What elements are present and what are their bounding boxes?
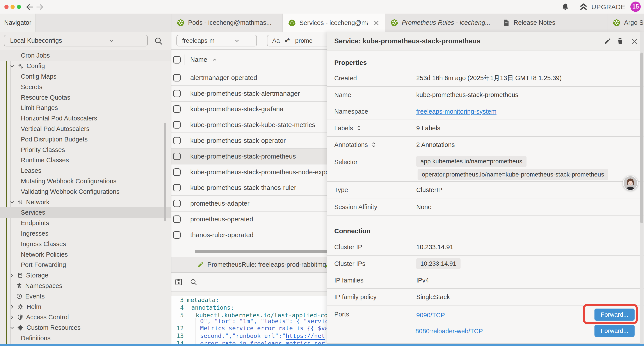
row-checkbox[interactable] [173,121,180,129]
sort-icon[interactable] [371,141,376,148]
table-row-prometheus-operated[interactable]: prometheus-operated [172,212,328,227]
sidebar-item-vertical-pod-autoscalers[interactable]: Vertical Pod Autoscalers [0,124,171,134]
sidebar-item-cron-jobs[interactable]: Cron Jobs [0,50,171,61]
row-checkbox[interactable] [173,216,180,223]
upgrade-chevrons-icon [579,2,588,11]
tab-navigator[interactable]: Navigator [0,13,36,32]
sidebar-item-validating-webhook-configurations[interactable]: Validating Webhook Configurations [0,186,171,197]
table-row-kube-prometheus-stack-grafana[interactable]: kube-prometheus-stack-grafana [172,102,328,117]
table-row-thanos-ruler-operated[interactable]: thanos-ruler-operated [172,227,328,243]
sidebar-item-pod-disruption-budgets[interactable]: Pod Disruption Budgets [0,134,171,145]
sidebar-item-port-forwarding[interactable]: Port Forwarding [0,260,171,270]
editor-tab-prometheusrule[interactable]: PrometheusRule: freeleaps-prod-rabbitmq [174,257,319,272]
window-minimize-button[interactable] [10,5,15,9]
selector-chips: app.kubernetes.io/name=prometheusoperato… [416,153,608,180]
tab-services-icecheng-math[interactable]: Services - icecheng@math... [283,13,385,32]
search-icon[interactable] [154,36,163,46]
detail-value: IPv4 [416,277,429,284]
regex-toggle[interactable]: * [285,38,290,43]
search-input[interactable]: Aa * prome [267,35,328,46]
match-case-toggle[interactable]: Aa [272,37,280,44]
back-arrow-icon[interactable] [25,3,34,11]
row-checkbox[interactable] [173,137,180,144]
tab-release-notes[interactable]: Release Notes [497,13,608,32]
sidebar-item-ingresses[interactable]: Ingresses [0,228,171,239]
save-icon[interactable] [174,278,183,286]
sidebar-item-limit-ranges[interactable]: Limit Ranges [0,103,171,113]
sidebar-item-access-control[interactable]: Access Control [0,312,171,323]
row-checkbox[interactable] [173,74,180,81]
sidebar-item-label: Events [25,293,45,300]
window-zoom-button[interactable] [17,5,21,9]
table-row-alertmanager-operated[interactable]: alertmanager-operated [172,70,328,86]
sort-ascending-icon[interactable] [212,57,218,63]
column-header-name[interactable]: Name [190,56,207,63]
table-row-kube-prometheus-stack-thanos-ruler[interactable]: kube-prometheus-stack-thanos-ruler [172,180,328,196]
navigator-sidebar: Local Kubeconfigs Cron JobsConfigConfig … [0,32,171,346]
window-close-button[interactable] [4,5,8,9]
horizontal-scrollbar[interactable] [195,250,328,253]
row-checkbox[interactable] [173,168,180,176]
table-row-kube-prometheus-stack-alertmanager[interactable]: kube-prometheus-stack-alertmanager [172,86,328,102]
sidebar-item-mutating-webhook-configurations[interactable]: Mutating Webhook Configurations [0,176,171,187]
sidebar-item-network-policies[interactable]: Network Policies [0,249,171,260]
sidebar-item-config-maps[interactable]: Config Maps [0,71,171,82]
sidebar-item-events[interactable]: Events [0,291,171,302]
sidebar-item-ingress-classes[interactable]: Ingress Classes [0,239,171,249]
code-token: Metrics service error rate is {{ $va [200,325,328,332]
row-checkbox[interactable] [173,231,180,239]
row-checkbox[interactable] [173,90,180,97]
tab-prometheus-rules-icecheng[interactable]: Prometheus Rules - icecheng... [385,13,497,32]
code-link[interactable]: https://net [286,333,325,340]
sidebar-item-storage[interactable]: Storage [0,270,171,281]
search-icon[interactable] [190,278,198,286]
table-row-kube-prometheus-stack-operator[interactable]: kube-prometheus-stack-operator [172,133,328,149]
tab-argo-se[interactable]: Argo Se [608,13,644,32]
row-checkbox[interactable] [173,153,180,160]
forward-button-8080-reloader-web-tcp[interactable]: Forward... [594,325,634,337]
sidebar-item-endpoints[interactable]: Endpoints [0,218,171,228]
upgrade-button[interactable]: UPGRADE [579,2,625,12]
namespace-link[interactable]: freeleaps-monitoring-system [416,108,496,115]
tab-pods-icecheng-mathmas[interactable]: Pods - icecheng@mathmas... [172,13,283,32]
sidebar-item-definitions[interactable]: Definitions [0,333,171,344]
sidebar-item-secrets[interactable]: Secrets [0,82,171,92]
notification-count-badge[interactable]: 15 [630,1,641,12]
forward-arrow-icon[interactable] [36,3,44,11]
editor-tab-next[interactable] [319,257,328,272]
yaml-editor[interactable]: 3metadata:4annotations:5kubectl.kubernet… [172,296,328,346]
detail-scrollbar-thumb[interactable] [640,52,643,223]
sidebar-item-custom-resources[interactable]: Custom Resources [0,323,171,333]
close-icon[interactable] [631,38,638,45]
sidebar-item-priority-classes[interactable]: Priority Classes [0,145,171,155]
row-checkbox[interactable] [173,105,180,113]
sidebar-item-helm[interactable]: Helm [0,302,171,312]
sidebar-item-config[interactable]: Config [0,61,171,71]
port-link-9090-tcp[interactable]: 9090/TCP [416,312,445,319]
sidebar-item-leases[interactable]: Leases [0,166,171,176]
sidebar-item-resource-quotas[interactable]: Resource Quotas [0,92,171,103]
sidebar-item-namespaces[interactable]: Namespaces [0,281,171,291]
edit-pencil-icon[interactable] [604,38,611,45]
sidebar-item-runtime-classes[interactable]: Runtime Classes [0,155,171,166]
sidebar-scrollbar[interactable] [164,123,166,221]
row-checkbox[interactable] [173,200,180,207]
bell-icon[interactable] [561,3,570,11]
sidebar-item-services[interactable]: Services [0,207,171,218]
sidebar-item-network[interactable]: Network [0,197,171,207]
namespace-filter-select[interactable]: freeleaps-monitoring-system [176,35,257,46]
table-row-prometheus-adapter[interactable]: prometheus-adapter [172,196,328,212]
table-row-kube-prometheus-stack-kube-state-metrics[interactable]: kube-prometheus-stack-kube-state-metrics [172,117,328,133]
port-link-8080-reloader-web-tcp[interactable]: 8080:reloader-web/TCP [416,328,483,335]
trash-icon[interactable] [617,37,624,45]
close-tab-icon[interactable] [373,20,380,26]
forward-button-9090-tcp[interactable]: Forward... [594,309,634,321]
kubeconfig-selector[interactable]: Local Kubeconfigs [4,35,148,46]
avatar[interactable] [623,176,638,191]
sidebar-item-horizontal-pod-autoscalers[interactable]: Horizontal Pod Autoscalers [0,113,171,124]
select-all-checkbox[interactable] [173,56,180,63]
table-row-kube-prometheus-stack-prometheus-node-expor[interactable]: kube-prometheus-stack-prometheus-node-ex… [172,164,328,180]
table-row-kube-prometheus-stack-prometheus[interactable]: kube-prometheus-stack-prometheus [172,149,328,164]
row-checkbox[interactable] [173,184,180,191]
sort-icon[interactable] [356,125,362,131]
